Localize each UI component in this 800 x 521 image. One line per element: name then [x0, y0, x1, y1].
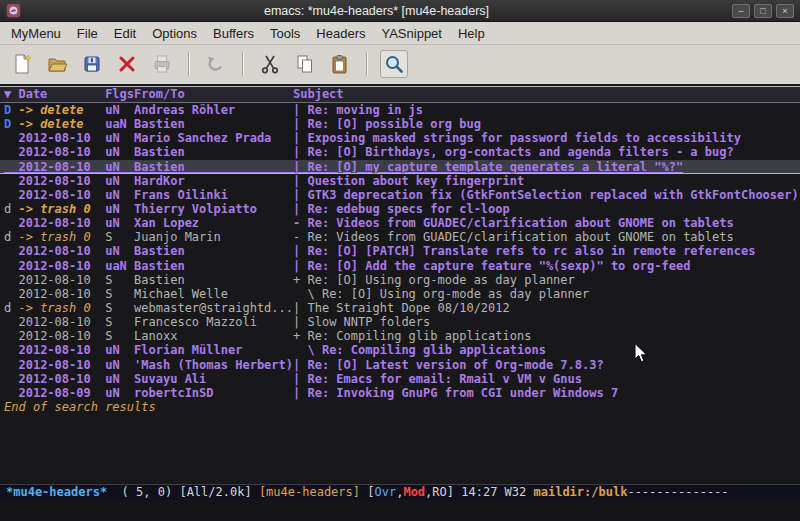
message-flags: uN	[105, 131, 134, 145]
menu-item-tools[interactable]: Tools	[262, 23, 308, 44]
message-subject: + Re: Compiling glib applications	[293, 329, 531, 343]
message-row[interactable]: 2012-08-10 uN 'Mash (Thomas Herbert)| Re…	[0, 358, 800, 372]
pending-action: -> delete	[18, 117, 105, 131]
print-icon	[148, 50, 176, 78]
minimize-button[interactable]: –	[732, 4, 750, 18]
message-row[interactable]: 2012-08-10 uN Bastien | Re: [O] Birthday…	[0, 145, 800, 159]
message-from: Mario Sanchez Prada	[134, 131, 293, 145]
message-row[interactable]: d -> trash 0 uN Thierry Volpiatto | Re: …	[0, 202, 800, 216]
message-from: 'Mash (Thomas Herbert)	[134, 358, 293, 372]
message-row[interactable]: 2012-08-10 uaN Bastien | Re: [O] Add the…	[0, 259, 800, 273]
mark-indicator	[4, 358, 18, 372]
message-flags: uN	[105, 372, 134, 386]
message-row[interactable]: 2012-08-10 uN HardKor | Question about k…	[0, 174, 800, 188]
message-flags: uaN	[105, 117, 134, 131]
message-row[interactable]: 2012-08-10 uN Bastien | Re: [O] [PATCH] …	[0, 244, 800, 258]
message-subject: | Re: [O] possible org bug	[293, 117, 481, 131]
message-subject: | Re: [O] my capture template generates …	[293, 160, 683, 174]
message-row[interactable]: D -> delete uaN Bastien | Re: [O] possib…	[0, 117, 800, 131]
new-file-icon[interactable]	[8, 50, 36, 78]
message-row[interactable]: 2012-08-10 uN Xan Lopez - Re: Videos fro…	[0, 216, 800, 230]
message-subject: | Re: [O] Latest version of Org-mode 7.8…	[293, 358, 604, 372]
message-from: robertcInSD	[134, 386, 293, 400]
message-subject: | Exposing masked strings for password f…	[293, 131, 741, 145]
copy-icon[interactable]	[291, 50, 319, 78]
message-subject: | Re: [O] [PATCH] Translate refs to rc a…	[293, 244, 755, 258]
message-date: 2012-08-10	[18, 343, 105, 357]
message-flags: uN	[105, 145, 134, 159]
modeline-plain: 14:27 W32	[461, 485, 533, 499]
message-flags: uN	[105, 202, 134, 216]
pending-action: -> trash 0	[18, 202, 105, 216]
close-buffer-icon[interactable]	[113, 50, 141, 78]
menu-item-buffers[interactable]: Buffers	[205, 23, 262, 44]
open-file-icon[interactable]	[43, 50, 71, 78]
message-from: Bastien	[134, 244, 293, 258]
message-subject: - Re: Videos from GUADEC/clarification a…	[293, 230, 734, 244]
message-from: Frans Oilinki	[134, 188, 293, 202]
message-flags: uN	[105, 358, 134, 372]
mark-indicator	[4, 386, 18, 400]
message-row[interactable]: 2012-08-09 uN robertcInSD | Re: Invoking…	[0, 386, 800, 400]
message-date: 2012-08-10	[18, 329, 105, 343]
menu-item-options[interactable]: Options	[144, 23, 205, 44]
mark-indicator	[4, 259, 18, 273]
menu-item-headers[interactable]: Headers	[308, 23, 373, 44]
message-flags: uN	[105, 160, 134, 174]
message-flags: S	[105, 301, 134, 315]
message-row[interactable]: d -> trash 0 S Juanjo Marin - Re: Videos…	[0, 230, 800, 244]
mode-line: *mu4e-headers* ( 5, 0) [All/2.0k] [mu4e-…	[0, 484, 800, 500]
message-subject: | Re: Emacs for email: Rmail v VM v Gnus	[293, 372, 582, 386]
message-date: 2012-08-10	[18, 145, 105, 159]
message-date: 2012-08-10	[18, 287, 105, 301]
menu-item-yasnippet[interactable]: YASnippet	[373, 23, 449, 44]
message-row[interactable]: 2012-08-10 uN Mario Sanchez Prada | Expo…	[0, 131, 800, 145]
menu-item-help[interactable]: Help	[450, 23, 493, 44]
save-icon[interactable]	[78, 50, 106, 78]
message-row[interactable]: 2012-08-10 uN Florian Müllner \ Re: Comp…	[0, 343, 800, 357]
maximize-button[interactable]: □	[754, 4, 772, 18]
message-row[interactable]: 2012-08-10 S Lanoxx + Re: Compiling glib…	[0, 329, 800, 343]
mark-indicator	[4, 329, 18, 343]
mark-indicator: d	[4, 301, 18, 315]
modeline-plain: ]	[447, 485, 461, 499]
message-row[interactable]: 2012-08-10 S Francesco Mazzoli | Slow NN…	[0, 315, 800, 329]
message-date: 2012-08-09	[18, 386, 105, 400]
menu-item-file[interactable]: File	[69, 23, 106, 44]
message-row[interactable]: 2012-08-10 uN Frans Oilinki | GTK3 depre…	[0, 188, 800, 202]
header-line[interactable]: ▼ Date FlgsFrom/To Subject	[0, 86, 800, 103]
message-row[interactable]: 2012-08-10 uN Bastien | Re: [O] my captu…	[0, 160, 800, 174]
menu-item-mymenu[interactable]: MyMenu	[3, 23, 69, 44]
message-flags: S	[105, 287, 134, 301]
message-row[interactable]: D -> delete uN Andreas Röhler | Re: movi…	[0, 103, 800, 117]
menu-item-edit[interactable]: Edit	[106, 23, 144, 44]
buffer-area[interactable]: ▼ Date FlgsFrom/To Subject D -> delete u…	[0, 83, 800, 484]
message-from: Thierry Volpiatto	[134, 202, 293, 216]
message-subject: | Re: Invoking GnuPG from CGI under Wind…	[293, 386, 618, 400]
window-controls: – □ ×	[732, 4, 794, 18]
message-from: Bastien	[134, 273, 293, 287]
search-icon[interactable]	[380, 50, 408, 78]
message-row[interactable]: 2012-08-10 uN Suvayu Ali | Re: Emacs for…	[0, 372, 800, 386]
pending-action: -> trash 0	[18, 301, 105, 315]
end-of-results: End of search results	[0, 400, 800, 414]
paste-icon[interactable]	[326, 50, 354, 78]
message-from: Bastien	[134, 145, 293, 159]
message-row[interactable]: 2012-08-10 S Michael Welle \ Re: [O] Usi…	[0, 287, 800, 301]
pending-action: -> delete	[18, 103, 105, 117]
message-row[interactable]: d -> trash 0 S webmaster@straightd...| T…	[0, 301, 800, 315]
message-flags: uN	[105, 103, 134, 117]
close-button[interactable]: ×	[776, 4, 794, 18]
message-subject: | Re: [O] Birthdays, org-contacts and ag…	[293, 145, 734, 159]
message-from: Bastien	[134, 117, 293, 131]
mark-indicator	[4, 131, 18, 145]
modeline-buffer: *mu4e-headers*	[6, 485, 107, 499]
message-from: Suvayu Ali	[134, 372, 293, 386]
message-row[interactable]: 2012-08-10 S Bastien + Re: [O] Using org…	[0, 273, 800, 287]
message-subject: \ Re: [O] Using org-mode as day planner	[293, 287, 589, 301]
mark-indicator: D	[4, 117, 18, 131]
modeline-mode: [mu4e-headers]	[259, 485, 360, 499]
echo-area[interactable]	[0, 500, 800, 521]
message-from: Michael Welle	[134, 287, 293, 301]
cut-icon[interactable]	[256, 50, 284, 78]
